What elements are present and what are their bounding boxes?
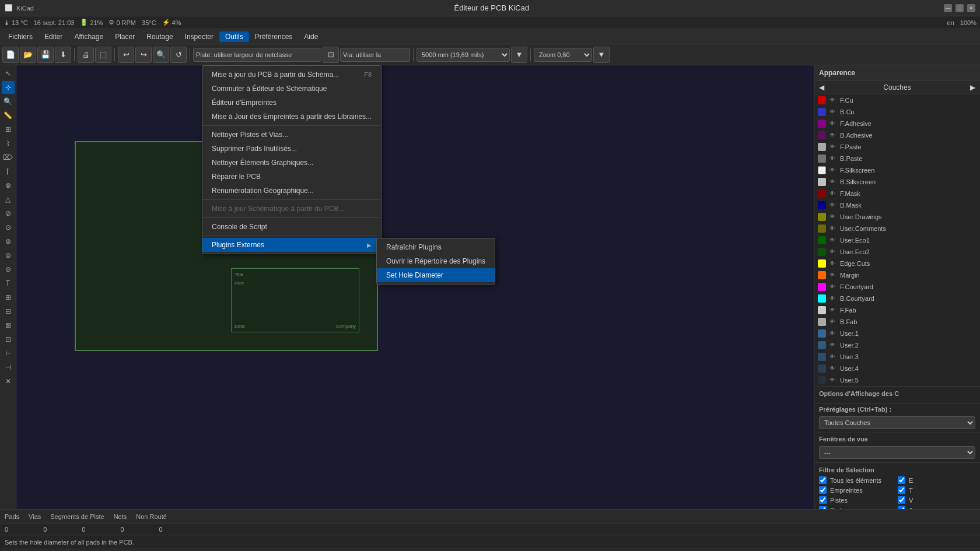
close-button[interactable]: ✕: [967, 4, 975, 12]
layer-row-margin[interactable]: 👁 Margin: [814, 269, 980, 281]
zoom-arrow-btn[interactable]: ▼: [593, 47, 610, 63]
layer-row-bfab[interactable]: 👁 B.Fab: [814, 316, 980, 328]
filter-pads-cb[interactable]: [819, 506, 827, 509]
layer-eye-fsilk[interactable]: 👁: [830, 167, 836, 174]
diff-pair-tool[interactable]: ⌦: [2, 151, 15, 164]
menu-preferences[interactable]: Préférences: [249, 31, 299, 42]
new-btn[interactable]: 📄: [2, 47, 19, 63]
dd-rafraichir-plugins[interactable]: Rafraîchir Plugins: [377, 240, 495, 254]
draw-circle-tool[interactable]: ⊜: [2, 249, 15, 262]
route-tool[interactable]: ⌇: [2, 137, 15, 150]
layer-row-fsilk[interactable]: 👁 F.Silkscreen: [814, 164, 980, 176]
layer-eye-edgecuts[interactable]: 👁: [830, 260, 836, 267]
filter-e-cb[interactable]: [898, 476, 905, 484]
dd-plugins-externes[interactable]: Plugins Externes ▶ Rafraîchir Plugins Ou…: [202, 238, 381, 252]
grid-settings-btn[interactable]: ▼: [511, 47, 527, 63]
refresh-btn[interactable]: ↺: [170, 47, 187, 63]
menu-fichiers[interactable]: Fichiers: [2, 31, 38, 42]
layer-eye-margin[interactable]: 👁: [830, 272, 836, 279]
layer-row-fadhesive[interactable]: 👁 F.Adhesive: [814, 118, 980, 129]
menu-outils[interactable]: Outils: [219, 31, 249, 42]
minimize-button[interactable]: —: [944, 4, 952, 12]
menu-editer[interactable]: Editer: [38, 31, 68, 42]
filter-t-cb[interactable]: [898, 486, 905, 494]
layer-row-bsilk[interactable]: 👁 B.Silkscreen: [814, 176, 980, 188]
layer-row-user4[interactable]: 👁 User.4: [814, 363, 980, 374]
layer-row-bpaste[interactable]: 👁 B.Paste: [814, 153, 980, 164]
delete-tool[interactable]: ✕: [2, 375, 15, 388]
draw-line-tool[interactable]: ⊙: [2, 221, 15, 234]
layer-eye-usereco1[interactable]: 👁: [830, 237, 836, 244]
menu-aide[interactable]: Aide: [298, 31, 324, 42]
add-text-tool[interactable]: T: [2, 277, 15, 290]
print-btn[interactable]: 🖨: [78, 47, 94, 63]
grid-tool[interactable]: ⊞: [2, 123, 15, 136]
dd-set-hole-diameter[interactable]: Set Hole Diameter: [377, 268, 495, 282]
zoom-tool[interactable]: 🔍: [2, 95, 15, 108]
add-footprint-tool[interactable]: ⊠: [2, 319, 15, 332]
layer-eye-userdrawings[interactable]: 👁: [830, 213, 836, 220]
filter-v-cb[interactable]: [898, 496, 905, 504]
save-btn[interactable]: 💾: [37, 47, 54, 63]
layer-eye-bpaste[interactable]: 👁: [830, 155, 836, 162]
layer-eye-user4[interactable]: 👁: [830, 365, 836, 372]
layer-row-fpaste[interactable]: 👁 F.Paste: [814, 141, 980, 153]
layer-eye-user5[interactable]: 👁: [830, 377, 836, 384]
menu-inspecter[interactable]: Inspecter: [179, 31, 219, 42]
menu-placer[interactable]: Placer: [109, 31, 141, 42]
dd-nettoyer-pistes[interactable]: Nettoyer Pistes et Vias...: [202, 128, 381, 142]
open-btn[interactable]: 📂: [20, 47, 36, 63]
layer-row-fmask[interactable]: 👁 F.Mask: [814, 188, 980, 199]
draw-rect-tool[interactable]: ⊛: [2, 235, 15, 248]
undo-btn[interactable]: ↩: [118, 47, 134, 63]
dd-renumerotation[interactable]: Renumérotation Géographique...: [202, 184, 381, 198]
measure-tool[interactable]: 📏: [2, 109, 15, 122]
add-textbox-tool[interactable]: ⊞: [2, 291, 15, 304]
track-select[interactable]: [193, 48, 321, 62]
layer-row-user2[interactable]: 👁 User.2: [814, 339, 980, 351]
add-zone-tool[interactable]: △: [2, 193, 15, 206]
layer-eye-fpaste[interactable]: 👁: [830, 143, 836, 150]
layer-eye-usereco2[interactable]: 👁: [830, 248, 836, 255]
layer-eye-fcu[interactable]: 👁: [830, 97, 836, 104]
add-rule-area-tool[interactable]: ⊘: [2, 207, 15, 220]
layer-mgr-tool[interactable]: ⊣: [2, 361, 15, 374]
layer-row-ffab[interactable]: 👁 F.Fab: [814, 304, 980, 316]
layer-row-fcu[interactable]: 👁 F.Cu: [814, 94, 980, 106]
select-tool[interactable]: ↖: [2, 67, 15, 80]
layer-eye-user1[interactable]: 👁: [830, 330, 836, 337]
dd-mise-a-jour-pcb[interactable]: Mise à jour du PCB à partir du Schéma...…: [202, 68, 381, 82]
menu-affichage[interactable]: Affichage: [68, 31, 109, 42]
track-icon[interactable]: ⊡: [323, 47, 339, 63]
dd-ouvrir-repertoire[interactable]: Ouvrir le Répertoire des Plugins: [377, 254, 495, 268]
layer-eye-fmask[interactable]: 👁: [830, 190, 836, 197]
dd-supprimer-pads[interactable]: Supprimer Pads Inutilisés...: [202, 142, 381, 156]
canvas-area[interactable]: Title Rev: Date: Company Mise à jour du …: [16, 65, 814, 509]
filter-empreintes-cb[interactable]: [819, 486, 827, 494]
layer-row-bmask[interactable]: 👁 B.Mask: [814, 199, 980, 211]
dd-reparer-pcb[interactable]: Réparer le PCB: [202, 170, 381, 184]
dd-mise-a-jour-empreintes[interactable]: Mise à Jour des Empreintes à partir des …: [202, 110, 381, 124]
layer-row-userdrawings[interactable]: 👁 User.Drawings: [814, 211, 980, 223]
scripting-tool[interactable]: ⊢: [2, 347, 15, 360]
dd-editeur-empreintes[interactable]: Éditeur d'Empreintes: [202, 96, 381, 110]
3d-btn[interactable]: ⬚: [95, 47, 111, 63]
layer-row-user5[interactable]: 👁 User.5: [814, 374, 980, 386]
add-dim-tool[interactable]: ⊟: [2, 305, 15, 318]
layers-nav-left[interactable]: ◀: [819, 83, 824, 92]
layer-eye-bfab[interactable]: 👁: [830, 318, 836, 325]
layer-row-bcu[interactable]: 👁 B.Cu: [814, 106, 980, 118]
layer-eye-usercomments[interactable]: 👁: [830, 225, 836, 232]
dd-console-script[interactable]: Console de Script: [202, 220, 381, 234]
filter-pistes-cb[interactable]: [819, 496, 827, 504]
layer-row-edgecuts[interactable]: 👁 Edge.Cuts: [814, 258, 980, 269]
layer-eye-user3[interactable]: 👁: [830, 353, 836, 360]
filter-tous-elements-cb[interactable]: [819, 476, 827, 484]
layer-row-usereco2[interactable]: 👁 User.Eco2: [814, 246, 980, 258]
layer-row-bcourtyard[interactable]: 👁 B.Courtyard: [814, 293, 980, 304]
redo-btn[interactable]: ↪: [135, 47, 152, 63]
zoom-select[interactable]: Zoom 0,60: [534, 48, 592, 62]
layers-nav-right[interactable]: ▶: [970, 83, 975, 92]
grid-select[interactable]: 5000 mm (19,69 mils): [416, 48, 510, 62]
search-btn[interactable]: 🔍: [153, 47, 169, 63]
